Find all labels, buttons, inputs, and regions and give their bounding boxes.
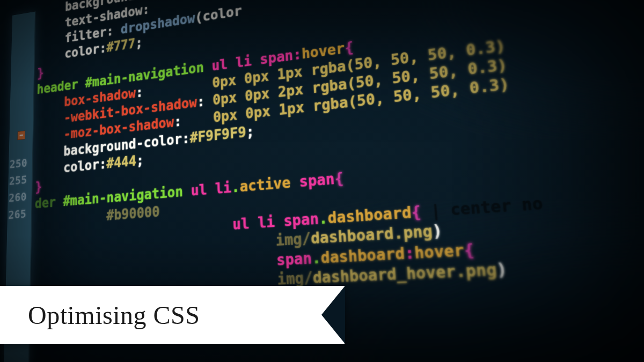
- fold-marker-icon: [17, 130, 25, 140]
- code-line: der #main-navigation ul li.active span{: [35, 169, 344, 211]
- line-numbers: 250 255 260 265: [8, 154, 27, 224]
- code-line: }: [35, 179, 42, 195]
- banner-title: Optimising CSS: [28, 300, 200, 330]
- code-line: }: [37, 65, 44, 80]
- title-banner: Optimising CSS: [0, 286, 345, 344]
- code-body: background- text-shadow: filter: dropsha…: [33, 0, 553, 317]
- screenshot-stage: 250 255 260 265 background- text-shadow:…: [0, 0, 644, 362]
